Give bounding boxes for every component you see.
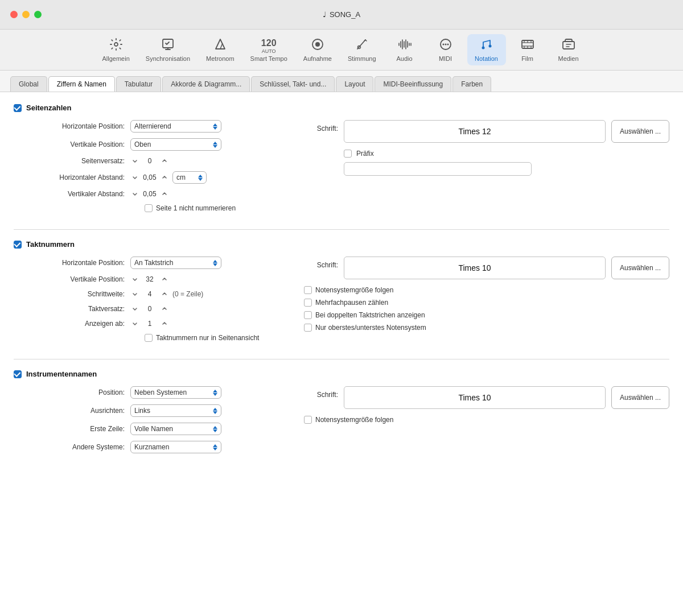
doppelte-takt-checkbox[interactable] — [304, 311, 312, 319]
horizontale-position-dropdown[interactable]: Alternierend — [130, 120, 221, 133]
schrift-row-3: Schrift: Times 10 Auswählen ... — [304, 386, 669, 409]
close-button[interactable] — [10, 11, 18, 18]
instrumentennamen-header: Instrumentennamen — [14, 370, 669, 378]
taktnummern-seitenansicht-checkbox[interactable] — [145, 334, 153, 342]
toolbar-item-synchronisation[interactable]: Synchronisation — [139, 34, 197, 65]
toolbar-item-aufnahme[interactable]: Aufnahme — [297, 34, 339, 65]
svg-point-0 — [114, 43, 118, 46]
toolbar-item-film[interactable]: Film — [508, 34, 547, 65]
toolbar-item-stimmung[interactable]: Stimmung — [341, 34, 383, 65]
toolbar-item-audio[interactable]: Audio — [385, 34, 424, 65]
mehrfachpausen-wrapper: Mehrfachpausen zählen — [304, 299, 669, 307]
takt-h-position-row: Horizontale Position: An Taktstrich — [14, 257, 287, 269]
nur-oberstes-label: Nur oberstes/unterstes Notensystem — [315, 324, 426, 332]
notensystem-checkbox-2[interactable] — [304, 416, 312, 424]
nur-oberstes-checkbox[interactable] — [304, 324, 312, 332]
v-abstand-increase[interactable] — [160, 189, 169, 199]
schrift-value-3: Times 10 — [458, 393, 491, 402]
tab-midi-beeinflussung[interactable]: MIDI-Beeinflussung — [375, 76, 451, 92]
maximize-button[interactable] — [34, 11, 42, 18]
takt-v-decrease[interactable] — [130, 275, 139, 284]
notensystem-wrapper-2: Notensystemgröße folgen — [304, 416, 669, 424]
instrumentennamen-right: Schrift: Times 10 Auswählen ... Notensys… — [304, 386, 669, 459]
vertikale-position-row: Vertikale Position: Oben — [14, 138, 287, 151]
toolbar-item-midi[interactable]: MIDI — [426, 34, 465, 65]
doc-icon: ♩ — [323, 10, 326, 19]
ausrichten-dropdown[interactable]: Links — [130, 404, 221, 417]
position-dropdown[interactable]: Neben Systemen — [130, 386, 221, 399]
schrift-value-1: Times 12 — [458, 127, 491, 136]
seitenversatz-decrease[interactable] — [130, 156, 139, 166]
seite1-checkbox[interactable] — [145, 204, 153, 212]
taktnummern-header: Taktnummern — [14, 240, 669, 249]
horizontale-position-row: Horizontale Position: Alternierend — [14, 120, 287, 133]
takt-h-position-value: An Taktstrich — [134, 259, 173, 267]
instrumentennamen-checkbox[interactable] — [14, 370, 22, 378]
taktnummern-section: Taktnummern Horizontale Position: An Tak… — [14, 240, 669, 348]
anzeigen-ab-decrease[interactable] — [130, 319, 139, 328]
medien-icon — [562, 38, 575, 54]
praefix-input[interactable] — [344, 162, 532, 176]
toolbar-item-allgemein[interactable]: Allgemein — [95, 34, 136, 65]
titlebar: ♩ SONG_A — [0, 0, 683, 30]
horizontaler-abstand-stepper: 0,05 — [130, 173, 169, 182]
notensystem-checkbox-1[interactable] — [304, 286, 312, 294]
taktversatz-decrease[interactable] — [130, 304, 139, 313]
takt-v-value: 32 — [142, 275, 158, 283]
toolbar-item-medien[interactable]: Medien — [549, 34, 588, 65]
tab-tabulatur[interactable]: Tabulatur — [116, 76, 161, 92]
notensystem-label-1: Notensystemgröße folgen — [315, 286, 393, 294]
schrittweite-decrease[interactable] — [130, 290, 139, 299]
vertikale-position-dropdown[interactable]: Oben — [130, 138, 221, 151]
schrift-value-2: Times 10 — [458, 263, 491, 272]
vertikale-position-value: Oben — [134, 140, 151, 148]
v-abstand-decrease[interactable] — [130, 189, 139, 199]
toolbar-label-aufnahme: Aufnahme — [303, 55, 332, 62]
main-content: Seitenzahlen Horizontale Position: Alter… — [0, 92, 683, 616]
tab-farben[interactable]: Farben — [452, 76, 491, 92]
schrittweite-increase[interactable] — [160, 290, 169, 299]
andere-systeme-dropdown[interactable]: Kurznamen — [130, 441, 221, 453]
h-abstand-decrease[interactable] — [130, 173, 139, 182]
seitenzahlen-left: Horizontale Position: Alternierend Verti… — [14, 120, 287, 218]
unit-dropdown[interactable]: cm — [172, 171, 207, 184]
film-icon — [521, 38, 534, 54]
takt-h-position-dropdown[interactable]: An Taktstrich — [130, 257, 221, 269]
dropdown-arrow-7 — [213, 426, 217, 432]
tab-global[interactable]: Global — [10, 76, 47, 92]
tab-schluessel[interactable]: Schlüssel, Takt- und... — [251, 76, 335, 92]
tab-ziffern-namen[interactable]: Ziffern & Namen — [48, 76, 115, 92]
tuner-icon — [355, 38, 369, 54]
taktnummern-seitenansicht-row: Taktnummern nur in Seitenansicht — [14, 334, 287, 342]
toolbar-item-smart-tempo[interactable]: 120 AUTO Smart Tempo — [244, 35, 294, 65]
takt-v-position-stepper: 32 — [130, 275, 169, 284]
gear-icon — [109, 38, 123, 54]
erste-zeile-dropdown[interactable]: Volle Namen — [130, 423, 221, 435]
mehrfachpausen-checkbox[interactable] — [304, 299, 312, 307]
toolbar-label-film: Film — [521, 55, 533, 62]
toolbar-item-metronom[interactable]: Metronom — [199, 34, 241, 65]
praefix-checkbox[interactable] — [344, 150, 352, 158]
taktversatz-increase[interactable] — [160, 304, 169, 313]
taktversatz-stepper: 0 — [130, 304, 169, 313]
midi-icon — [439, 38, 452, 54]
seitenzahlen-checkbox[interactable] — [14, 104, 22, 112]
auswahlen-button-3[interactable]: Auswählen ... — [611, 386, 669, 409]
h-abstand-increase[interactable] — [160, 173, 169, 182]
seite1-label: Seite 1 nicht nummerieren — [156, 204, 236, 212]
tab-akkorde[interactable]: Akkorde & Diagramm... — [162, 76, 250, 92]
andere-systeme-value: Kurznamen — [134, 443, 169, 451]
position-label: Position: — [25, 388, 125, 396]
minimize-button[interactable] — [22, 11, 30, 18]
taktnummern-checkbox[interactable] — [14, 241, 22, 249]
takt-v-increase[interactable] — [160, 275, 169, 284]
seitenversatz-increase[interactable] — [160, 156, 169, 166]
auswahlen-button-1[interactable]: Auswählen ... — [611, 120, 669, 143]
schrittweite-row: Schrittweite: 4 (0 = Zeile) — [14, 290, 287, 299]
auswahlen-button-2[interactable]: Auswählen ... — [611, 257, 669, 279]
notation-icon — [480, 38, 493, 54]
tab-layout[interactable]: Layout — [336, 76, 373, 92]
toolbar-item-notation[interactable]: Notation — [467, 34, 506, 65]
horizontale-position-value: Alternierend — [134, 122, 171, 130]
anzeigen-ab-increase[interactable] — [160, 319, 169, 328]
